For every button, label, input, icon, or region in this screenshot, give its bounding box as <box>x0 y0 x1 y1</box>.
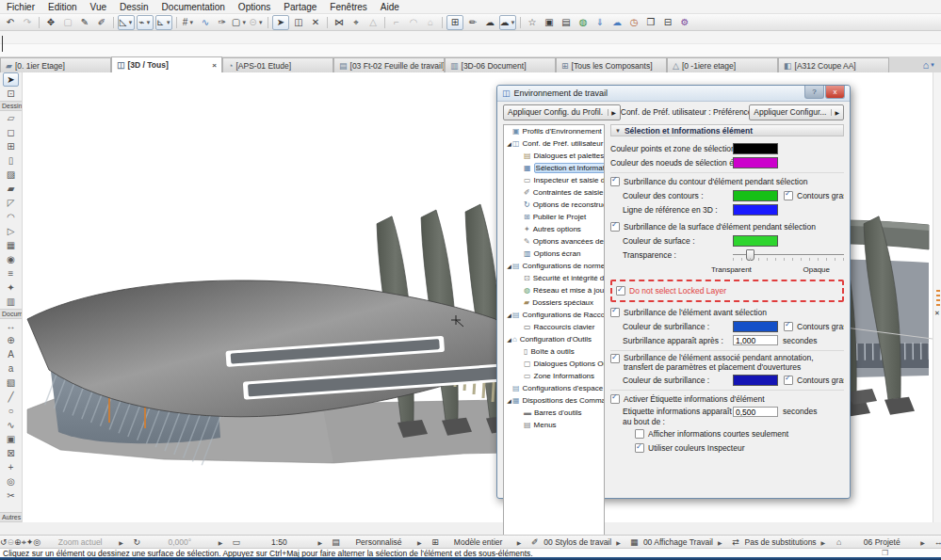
shell-tool[interactable]: ◠ <box>3 210 19 224</box>
splitter-handle-icon[interactable]: ✕ <box>934 310 940 317</box>
split-icon[interactable]: ⋈ <box>332 16 347 29</box>
close-view-icon[interactable]: ✕ <box>308 16 323 29</box>
download-icon[interactable]: ⇓ <box>592 16 608 29</box>
quick-option-00-affichage-travail[interactable]: ▦00 Affichage Travail▶ <box>627 536 725 549</box>
window-restore-icon[interactable]: ❒ <box>882 549 888 557</box>
contour-color-swatch[interactable] <box>733 190 778 201</box>
window-tool[interactable]: ⊞ <box>3 139 19 153</box>
zoom-in-icon[interactable]: ⊕ <box>14 537 22 547</box>
zone-tool[interactable]: ◉ <box>3 252 19 266</box>
tree-item-dialogues-et-palettes[interactable]: ▤Dialogues et palettes <box>504 150 604 162</box>
short-info-checkbox[interactable] <box>635 429 644 439</box>
cloud-icon[interactable]: ☁ <box>482 16 497 29</box>
expander-icon[interactable]: ◢ <box>506 336 512 343</box>
zoom-window-icon[interactable]: ◎ <box>33 537 41 547</box>
vertical-scrollbar[interactable]: ✕ <box>933 72 941 522</box>
tab--3d-tous-[interactable]: ◫[3D / Tous]× <box>111 56 222 72</box>
tab--a312-coupe-aa-[interactable]: ◧[A312 Coupe AA] <box>778 57 889 72</box>
tree-item-options-avanc-es-de-redess[interactable]: ✎Options avancées de redess <box>504 235 604 248</box>
wall-tool[interactable]: ▱ <box>3 111 19 125</box>
snap-angle-icon[interactable]: ⊾▼ <box>155 15 172 30</box>
quick-option-1-50[interactable]: ▭1:50▶ <box>229 536 325 549</box>
quick-option-00-stylos-de-travail[interactable]: ✐00 Stylos de travail▶ <box>527 536 624 549</box>
apply-profile-config-button[interactable]: Appliquer Config. du Profil.▶ <box>503 104 621 120</box>
expander-icon[interactable]: ◢ <box>506 140 512 147</box>
text-tool[interactable]: A <box>3 347 19 361</box>
associated-highlight-checkbox[interactable] <box>610 354 620 363</box>
bimcloud-icon[interactable]: ◍ <box>576 16 591 29</box>
render-icon[interactable]: ❒ <box>643 16 658 29</box>
points-color-swatch[interactable] <box>733 143 778 154</box>
favorites-icon[interactable]: ☆ <box>525 16 540 29</box>
coordinates-icon[interactable]: ◫ <box>291 16 306 29</box>
tab--0--1iere-etage-[interactable]: △[0 -1iere etage] <box>667 57 778 72</box>
dimension-tool[interactable]: ↔ <box>3 319 19 333</box>
curtain-wall-tool[interactable]: ▥ <box>3 295 19 309</box>
tree-item-autres-options[interactable]: ✦Autres options <box>504 223 604 235</box>
roof-tool[interactable]: ◸ <box>3 196 19 210</box>
nodes-color-swatch[interactable] <box>733 157 778 168</box>
tree-item-configurations-de-normes-inte[interactable]: ◢▤Configurations de normes inte <box>504 260 604 272</box>
info-tag-delay-input[interactable] <box>733 407 778 417</box>
section-tool[interactable]: ✂ <box>3 488 19 503</box>
menu-edition[interactable]: Edition <box>41 2 84 12</box>
inspector-colors-checkbox[interactable] <box>635 443 644 453</box>
tab-close-icon[interactable]: × <box>208 61 217 70</box>
transparency-slider[interactable] <box>733 254 844 255</box>
section-header[interactable]: ▼ Sélection et Informations élément <box>610 124 844 136</box>
tab--0-1ier-etage-[interactable]: ▰[0. 1ier Etage] <box>0 57 111 72</box>
expander-icon[interactable]: ◢ <box>506 263 512 269</box>
image-icon[interactable]: ▣ <box>542 16 557 29</box>
tree-item-dispositions-des-commandes[interactable]: ◢▦Dispositions des Commandes <box>504 394 604 407</box>
menu-fichier[interactable]: Fichier <box>0 2 41 12</box>
pen-icon[interactable]: ✐ <box>94 16 109 29</box>
appears-after-input[interactable] <box>733 335 778 345</box>
slab-tool[interactable]: ▰ <box>3 182 19 196</box>
upload-icon[interactable]: ☁ <box>609 16 625 29</box>
cursor-mode-icon[interactable]: ➤ <box>272 15 289 30</box>
tab--03-ft-02-feuille-de-travail-[interactable]: ▤[03 Ft-02 Feuille de travail] <box>333 57 445 72</box>
tree-item-options-cran[interactable]: ▥Options écran <box>504 248 604 260</box>
quick-option-mod-le-entier[interactable]: ⊞Modèle entier▶ <box>429 536 525 549</box>
tree-item-publier-le-projet[interactable]: ⊞Publier le Projet <box>504 211 604 223</box>
tree-item-dialogues-options-outil[interactable]: ▢Dialogues Options Outil <box>504 358 604 370</box>
menu-fenêtres[interactable]: Fenêtres <box>323 2 373 12</box>
adjust-icon[interactable]: ⌖ <box>349 16 364 29</box>
quick-option-06-projet-[interactable]: ⌂06 Projeté▶ <box>832 536 928 549</box>
bold-contours-checkbox[interactable] <box>784 376 793 385</box>
layers-icon[interactable]: ⊟ <box>660 16 675 29</box>
expander-icon[interactable]: ◢ <box>506 312 512 318</box>
surface-highlight-checkbox[interactable] <box>610 222 620 232</box>
tree-item-profils-d-environnement-de-tra[interactable]: ▣Profils d'Environnement de trava <box>504 125 604 137</box>
drawing-tool[interactable]: ⊠ <box>3 446 19 460</box>
tree-item-barres-d-outils[interactable]: ▬Barres d'outils <box>504 407 604 419</box>
brush-icon[interactable]: ✏ <box>465 16 480 29</box>
snap-guides-icon[interactable]: ⌁▼ <box>137 15 154 30</box>
tree-item-s-lection-et-informations-l-[interactable]: ▦Sélection et Informations élé <box>504 162 604 174</box>
walk-mode-icon[interactable]: ✦ <box>26 537 34 547</box>
tab--3d-06-document-[interactable]: ▥[3D-06 Document] <box>445 57 556 72</box>
stair-tool[interactable]: ≡ <box>3 266 19 280</box>
tree-item-bo-te-outils[interactable]: ▯Boîte à outils <box>504 345 604 358</box>
tree-item-inspecteur-et-saisie-de-coord[interactable]: ▭Inspecteur et saisie de coord <box>504 174 604 186</box>
menu-dessin[interactable]: Dessin <box>113 2 155 12</box>
magic-wand-icon[interactable]: ∿ <box>198 16 213 29</box>
grid-snap-icon[interactable]: #▼ <box>181 16 196 29</box>
tree-item-dossiers-sp-ciaux[interactable]: ▰Dossiers spéciaux <box>504 296 604 309</box>
menu-vue[interactable]: Vue <box>84 2 113 12</box>
object-tool[interactable]: ✦ <box>3 280 19 295</box>
arrow-tool[interactable]: ➤ <box>3 72 19 87</box>
tree-item-configurations-de-raccourci[interactable]: ◢▤Configurations de Raccourci <box>504 309 604 321</box>
close-button[interactable]: x <box>825 86 845 99</box>
cloud-sync-icon[interactable]: ☁▼ <box>499 15 516 30</box>
morph-tool[interactable]: ▷ <box>3 224 19 238</box>
tree-item-configuration-d-outils[interactable]: ◢⌂Configuration d'Outils <box>504 333 604 345</box>
tree-item-r-seau-et-mise-jour[interactable]: ◍Réseau et mise à jour <box>504 284 604 296</box>
preselect-highlight-checkbox[interactable] <box>610 308 620 317</box>
quick-option-pas-de-substitutions[interactable]: ⇄Pas de substitutions▶ <box>729 536 829 549</box>
bold-contours-checkbox[interactable] <box>784 191 793 200</box>
menu-partage[interactable]: Partage <box>277 2 323 12</box>
undo-icon[interactable]: ↶ <box>3 16 18 29</box>
spline-tool[interactable]: ∿ <box>3 418 19 432</box>
locked-layer-checkbox[interactable] <box>616 286 625 296</box>
